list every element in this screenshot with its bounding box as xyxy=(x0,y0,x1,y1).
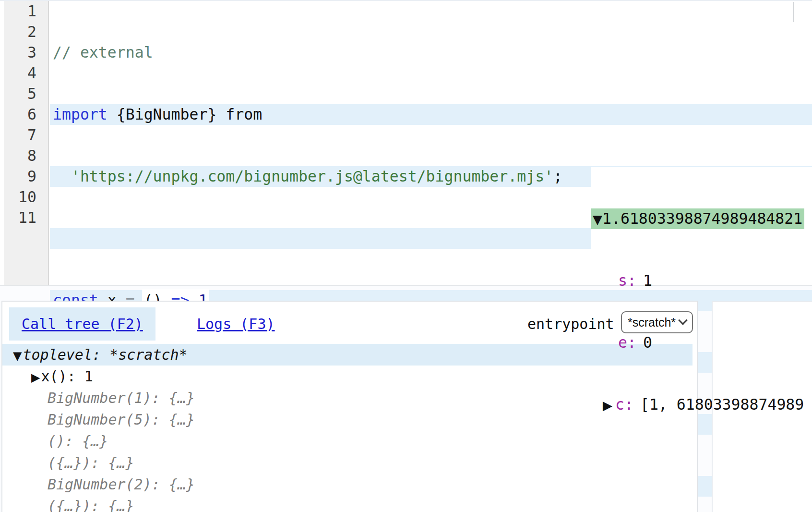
tree-row-label: toplevel: *scratch* xyxy=(23,346,187,363)
tree-row-label: BigNumber(5): {…} xyxy=(48,411,195,428)
line-number: 4 xyxy=(4,63,48,84)
tree-row-label: x(): 1 xyxy=(41,368,93,385)
field-key: e: xyxy=(618,334,636,351)
expand-triangle-icon[interactable]: ▶ xyxy=(603,398,612,413)
code-editor[interactable]: 1 2 3 4 5 6 7 8 9 10 11 // external impo… xyxy=(0,0,812,286)
tree-row-label: BigNumber(1): {…} xyxy=(48,390,195,406)
tree-row-label: BigNumber(2): {…} xyxy=(48,476,195,493)
call-tree-tab-link[interactable]: Call tree (F2) xyxy=(22,316,143,332)
line-number: 11 xyxy=(4,207,48,228)
tree-row-label: (): {…} xyxy=(48,433,108,450)
code-token xyxy=(53,168,71,185)
tree-row-elided[interactable]: ({…}): {…} xyxy=(2,495,697,512)
line-number: 1 xyxy=(4,1,48,22)
field-value: 1 xyxy=(643,272,652,289)
comment-token: // external xyxy=(53,44,153,61)
tree-row-elided[interactable]: BigNumber(2): {…} xyxy=(2,474,697,495)
inline-result-panel: ▼1.61803398874989484821 s:1 e:0 ▶c:[1, 6… xyxy=(591,167,812,250)
keyword-token: import xyxy=(53,106,107,123)
result-field-c[interactable]: ▶c:[1, 61803398874989 xyxy=(591,394,812,415)
tree-row-label: ({…}): {…} xyxy=(48,454,134,471)
collapse-triangle-icon[interactable]: ▼ xyxy=(13,349,22,363)
editor-scrollbar[interactable] xyxy=(793,2,794,22)
string-token: 'https://unpkg.com/bignumber.js@latest/b… xyxy=(71,168,553,185)
code-line-2[interactable]: import {BigNumber} from xyxy=(50,104,812,125)
result-value-row[interactable]: ▼1.61803398874989484821 xyxy=(591,208,804,229)
result-value: 1.61803398874989484821 xyxy=(602,210,802,227)
line-number: 10 xyxy=(4,187,48,207)
line-number: 9 xyxy=(4,166,48,187)
line-number: 2 xyxy=(4,22,48,42)
line-number: 5 xyxy=(4,84,48,104)
field-value: 0 xyxy=(643,334,652,351)
line-number: 6 xyxy=(4,104,48,125)
expand-triangle-icon[interactable]: ▶ xyxy=(31,371,40,384)
result-field-e: e:0 xyxy=(591,332,812,353)
line-number: 3 xyxy=(4,42,48,63)
app-screen: 1 2 3 4 5 6 7 8 9 10 11 // external impo… xyxy=(0,0,812,512)
tab-call-tree[interactable]: Call tree (F2) xyxy=(9,307,155,341)
tree-row-label: ({…}): {…} xyxy=(48,498,134,512)
field-key: s: xyxy=(618,272,636,289)
line-number: 8 xyxy=(4,146,48,166)
tab-logs[interactable]: Logs (F3) xyxy=(197,316,275,332)
line-number-gutter: 1 2 3 4 5 6 7 8 9 10 11 xyxy=(4,1,49,285)
code-token: {BigNumber} from xyxy=(107,106,262,123)
result-field-s: s:1 xyxy=(591,270,812,291)
code-token: ; xyxy=(553,168,562,185)
collapse-triangle-icon[interactable]: ▼ xyxy=(593,212,602,227)
code-line-1[interactable]: // external xyxy=(50,42,812,63)
field-key: c: xyxy=(615,396,633,413)
tree-row-toplevel[interactable]: ▼toplevel: *scratch* xyxy=(2,344,693,366)
field-value: [1, 61803398874989 xyxy=(640,396,804,413)
line-number: 7 xyxy=(4,125,48,146)
